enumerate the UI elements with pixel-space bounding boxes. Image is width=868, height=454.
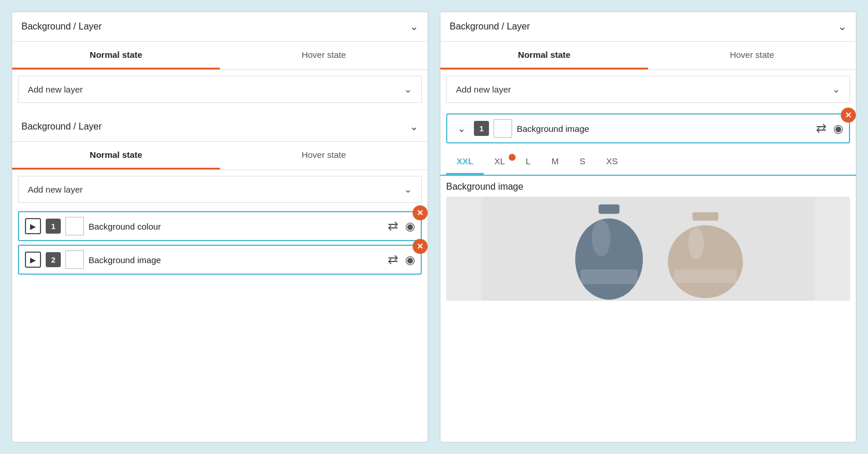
layer2-close-btn[interactable]: ✕ — [413, 239, 428, 254]
right-add-layer-dropdown[interactable]: Add new layer ⌄ — [446, 76, 850, 103]
layer2-color-swatch[interactable] — [65, 250, 84, 269]
right-panel: Background / Layer ⌄ Normal state Hover … — [440, 12, 856, 442]
svg-rect-5 — [693, 212, 719, 220]
image-preview-box — [446, 197, 850, 301]
svg-rect-4 — [580, 270, 638, 284]
layer1-label: Background colour — [89, 222, 381, 231]
right-section-tabs: Normal state Hover state — [440, 42, 856, 70]
left-section1-add-layer-dropdown[interactable]: Add new layer ⌄ — [18, 76, 422, 103]
layer1-color-swatch[interactable] — [65, 217, 84, 235]
layer2-expand-btn[interactable]: ▶ — [25, 252, 41, 268]
size-tab-m[interactable]: M — [541, 149, 569, 175]
right-layer1-close-btn[interactable]: ✕ — [841, 108, 856, 123]
vase-illustration — [446, 197, 850, 301]
layer1-num-badge: 1 — [46, 219, 61, 234]
layer1-eye-icon[interactable]: ◉ — [405, 219, 415, 233]
left-section2-title: Background / Layer — [21, 121, 102, 132]
right-layer1-label: Background image — [517, 124, 809, 134]
right-layer1-eye-icon[interactable]: ◉ — [833, 121, 843, 135]
layer2-drag-icon[interactable]: ⇄ — [388, 252, 398, 267]
size-tab-xs[interactable]: XS — [595, 149, 628, 175]
right-panel-content: Background / Layer ⌄ Normal state Hover … — [440, 12, 856, 442]
left-section1-header[interactable]: Background / Layer ⌄ — [12, 12, 428, 42]
left-section1-tabs: Normal state Hover state — [12, 42, 428, 70]
right-layer-item-1: ⌄ 1 Background image ⇄ ◉ ✕ — [446, 113, 850, 143]
svg-point-3 — [592, 220, 610, 257]
right-layer1-chevron-icon: ⌄ — [458, 123, 465, 134]
svg-point-7 — [688, 228, 704, 259]
right-section-title: Background / Layer — [450, 21, 530, 32]
left-section1-tab-normal[interactable]: Normal state — [12, 42, 220, 69]
layer2-expand-icon: ▶ — [30, 256, 36, 264]
layer1-expand-icon: ▶ — [30, 222, 36, 231]
svg-rect-8 — [674, 270, 737, 283]
layer1-drag-icon[interactable]: ⇄ — [388, 219, 398, 234]
svg-rect-0 — [481, 197, 815, 301]
image-preview-label: Background image — [446, 182, 850, 192]
right-layer1-color-swatch[interactable] — [494, 119, 512, 138]
left-panel-content: Background / Layer ⌄ Normal state Hover … — [12, 12, 428, 442]
right-layer1-expand-btn[interactable]: ⌄ — [453, 120, 469, 136]
layer1-expand-btn[interactable]: ▶ — [25, 218, 41, 234]
left-section1-dropdown-chevron-icon: ⌄ — [404, 83, 412, 95]
right-layer1-num-badge: 1 — [474, 121, 489, 136]
left-panel: Background / Layer ⌄ Normal state Hover … — [12, 12, 428, 442]
right-tab-normal[interactable]: Normal state — [440, 42, 648, 69]
layer-item-1: ▶ 1 Background colour ⇄ ◉ ✕ — [18, 211, 422, 241]
svg-rect-1 — [599, 205, 620, 214]
layer2-close-icon: ✕ — [417, 242, 424, 251]
size-tab-l[interactable]: L — [516, 149, 541, 175]
right-section-chevron-icon[interactable]: ⌄ — [838, 20, 847, 33]
layer-item-2: ▶ 2 Background image ⇄ ◉ ✕ — [18, 245, 422, 275]
left-section2-chevron-icon[interactable]: ⌄ — [410, 120, 418, 133]
right-layer1-close-icon: ✕ — [845, 110, 852, 120]
left-section2-layers: ▶ 1 Background colour ⇄ ◉ ✕ ▶ — [12, 203, 428, 280]
layer2-eye-icon[interactable]: ◉ — [405, 253, 415, 267]
left-section2-tab-normal[interactable]: Normal state — [12, 142, 220, 169]
left-section1-title: Background / Layer — [21, 21, 102, 32]
size-tab-xxl[interactable]: XXL — [446, 149, 484, 175]
left-section1-tab-hover[interactable]: Hover state — [220, 42, 428, 69]
size-dot-indicator — [509, 154, 516, 161]
left-section2-header[interactable]: Background / Layer ⌄ — [12, 112, 428, 142]
left-section-2: Background / Layer ⌄ Normal state Hover … — [12, 112, 428, 280]
left-section2-dropdown-chevron-icon: ⌄ — [404, 183, 412, 195]
right-section-header[interactable]: Background / Layer ⌄ — [440, 12, 856, 42]
right-dropdown-chevron-icon: ⌄ — [832, 83, 840, 95]
layer1-close-btn[interactable]: ✕ — [413, 205, 428, 220]
left-section-1: Background / Layer ⌄ Normal state Hover … — [12, 12, 428, 103]
right-tab-hover[interactable]: Hover state — [648, 42, 856, 69]
left-section2-tabs: Normal state Hover state — [12, 142, 428, 170]
size-tab-s[interactable]: S — [569, 149, 595, 175]
size-tabs-row: XXL XL L M S XS — [440, 149, 856, 176]
size-tab-xl[interactable]: XL — [484, 149, 515, 175]
right-layer1-drag-icon[interactable]: ⇄ — [816, 121, 826, 136]
left-section2-tab-hover[interactable]: Hover state — [220, 142, 428, 169]
layer1-close-icon: ✕ — [417, 208, 424, 217]
right-layer-section: ⌄ 1 Background image ⇄ ◉ ✕ — [440, 108, 856, 149]
left-section1-chevron-icon[interactable]: ⌄ — [410, 20, 418, 33]
layer2-num-badge: 2 — [46, 252, 61, 267]
left-section2-add-layer-dropdown[interactable]: Add new layer ⌄ — [18, 176, 422, 203]
image-preview-section: Background image — [440, 176, 856, 301]
svg-point-6 — [668, 226, 743, 298]
layer2-label: Background image — [89, 255, 381, 265]
